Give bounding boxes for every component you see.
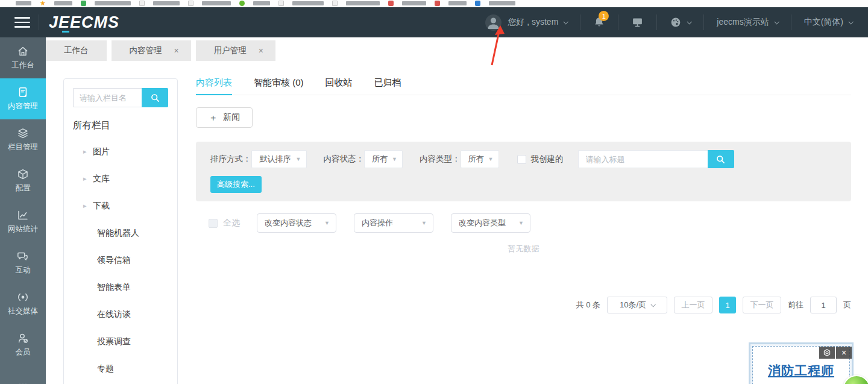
next-page-button[interactable]: 下一页: [743, 297, 781, 313]
close-icon[interactable]: ×: [259, 46, 263, 55]
current-page-button[interactable]: 1: [719, 297, 736, 313]
tree-item[interactable]: 专题: [73, 355, 168, 382]
bookmark-text[interactable]: [95, 1, 131, 5]
category-search-input[interactable]: [73, 88, 142, 107]
sort-select[interactable]: 默认排序 ▼: [251, 150, 307, 168]
tree-item[interactable]: 投票调查: [73, 328, 168, 355]
new-content-button[interactable]: ＋ 新闻: [196, 107, 253, 128]
ad-title[interactable]: 消防工程师: [768, 362, 834, 384]
batch-action-select[interactable]: 改变内容类型 ▼: [451, 213, 530, 233]
sidebar-item[interactable]: 网站统计: [0, 201, 46, 242]
notifications-button[interactable]: 1: [593, 16, 605, 28]
window-tab[interactable]: 用户管理 ×: [196, 40, 275, 61]
batch-action-select[interactable]: 改变内容状态 ▼: [257, 213, 336, 233]
expand-arrow-icon[interactable]: ▸: [83, 175, 93, 183]
content-tab[interactable]: 已归档: [374, 77, 401, 89]
display-mode-button[interactable]: [631, 16, 644, 28]
batch-action-select[interactable]: 内容操作 ▼: [354, 213, 433, 233]
content-tab[interactable]: 智能审核 (0): [254, 77, 304, 89]
content-tab[interactable]: 内容列表: [196, 77, 232, 89]
default-favicon[interactable]: [278, 1, 284, 6]
window-tab[interactable]: 内容管理 ×: [112, 40, 191, 61]
prev-page-button[interactable]: 上一页: [674, 297, 712, 313]
bookmark-text[interactable]: [448, 1, 467, 5]
default-favicon[interactable]: [332, 1, 338, 6]
site-favicon[interactable]: [388, 1, 394, 6]
window-tab[interactable]: 工作台: [46, 40, 107, 61]
title-search-button[interactable]: [708, 150, 734, 168]
select-all-checkbox[interactable]: [209, 219, 218, 228]
user-greeting: 您好 , system: [508, 17, 558, 28]
chat-icon: [17, 250, 29, 262]
language-selector-label: 中文(简体): [804, 17, 843, 28]
pagination-total: 共 0 条: [576, 300, 600, 310]
tree-item[interactable]: ▸ 下载: [73, 192, 168, 219]
category-search-button[interactable]: [142, 88, 168, 107]
content-tab[interactable]: 回收站: [326, 77, 353, 89]
search-icon: [715, 154, 726, 165]
status-select[interactable]: 所有 ▼: [364, 150, 403, 168]
bookmark-text[interactable]: [54, 1, 72, 5]
tree-item[interactable]: 智能表单: [73, 274, 168, 301]
default-favicon[interactable]: [188, 1, 193, 6]
sidebar-item[interactable]: 互动: [0, 242, 46, 283]
site-favicon[interactable]: [475, 1, 480, 6]
expand-arrow-icon[interactable]: ▸: [83, 148, 93, 156]
advanced-search-button[interactable]: 高级搜索...: [210, 176, 262, 193]
site-favicon[interactable]: [239, 1, 245, 6]
bookmark-text[interactable]: [253, 1, 270, 5]
goto-page-input[interactable]: [810, 297, 837, 313]
sidebar-item[interactable]: 会员: [0, 324, 46, 365]
sidebar-item[interactable]: 栏目管理: [0, 119, 46, 160]
type-select-value: 所有: [468, 154, 484, 165]
tree-item[interactable]: 在线访谈: [73, 301, 168, 328]
tree-item-label: 文库: [93, 174, 110, 184]
title-search-input[interactable]: [578, 150, 708, 168]
language-selector[interactable]: 中文(简体): [804, 17, 852, 28]
bookmark-text[interactable]: [202, 1, 231, 5]
close-icon[interactable]: ×: [174, 46, 179, 55]
tree-item[interactable]: ▸ 图片: [73, 138, 168, 165]
bookmark-text[interactable]: [489, 1, 515, 5]
bookmark-text[interactable]: [292, 1, 324, 5]
sidebar-item[interactable]: 内容管理: [0, 78, 46, 119]
bookmark-text[interactable]: [346, 1, 380, 5]
site-favicon[interactable]: [435, 1, 440, 6]
user-menu[interactable]: 您好 , system: [485, 14, 567, 31]
site-favicon[interactable]: [81, 1, 86, 6]
tree-item[interactable]: 领导信箱: [73, 247, 168, 274]
star-favicon[interactable]: ★: [40, 0, 46, 6]
hamburger-menu-icon[interactable]: [14, 17, 30, 28]
sidebar-item-label: 工作台: [11, 60, 34, 71]
bookmark-text[interactable]: [16, 1, 31, 5]
site-selector[interactable]: jeecms演示站: [717, 17, 778, 28]
type-select[interactable]: 所有 ▼: [461, 150, 499, 168]
page-size-select[interactable]: 10条/页: [607, 297, 667, 313]
sidebar-item[interactable]: 工作台: [0, 37, 46, 78]
content-tab-label: 内容列表: [196, 77, 232, 87]
app-logo: JEECMS: [49, 13, 119, 32]
sidebar-item[interactable]: 配置: [0, 160, 46, 201]
dropdown-arrow-icon: ▼: [324, 220, 330, 226]
palette-icon: [670, 16, 682, 28]
bookmark-text[interactable]: [153, 1, 180, 5]
window-tabstrip: 工作台 内容管理 × 用户管理 ×: [46, 37, 868, 61]
bookmark-text[interactable]: [402, 1, 426, 5]
tree-item[interactable]: ▸ 文库: [73, 165, 168, 192]
expand-arrow-icon[interactable]: ▸: [83, 202, 93, 210]
sidebar-item[interactable]: [0, 365, 46, 384]
ad-settings-button[interactable]: [819, 347, 835, 359]
dropdown-arrow-icon: ▼: [296, 156, 301, 162]
sidebar-item-label: 会员: [16, 347, 31, 357]
app-header: JEECMS 您好 , system 1 jeecms演示站: [0, 7, 868, 37]
tree-item-label: 智能机器人: [97, 228, 139, 239]
ad-close-button[interactable]: ×: [836, 347, 852, 359]
sidebar-item-label: 互动: [16, 265, 31, 275]
sidebar-item[interactable]: 社交媒体: [0, 283, 46, 324]
default-favicon[interactable]: [139, 1, 145, 6]
created-by-me-checkbox[interactable]: [517, 155, 526, 164]
sidebar-item-label: 栏目管理: [8, 142, 38, 153]
tree-item[interactable]: 智能机器人: [73, 219, 168, 247]
window-tab-label: 用户管理: [214, 45, 247, 56]
theme-picker[interactable]: [670, 16, 691, 28]
